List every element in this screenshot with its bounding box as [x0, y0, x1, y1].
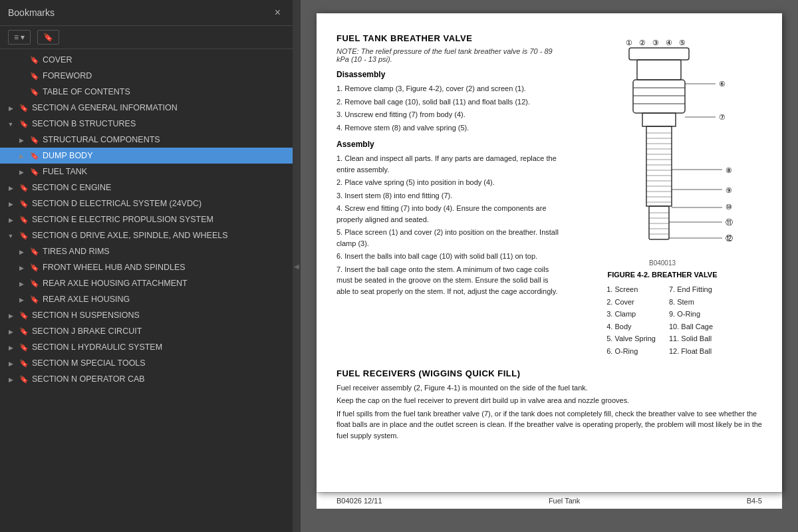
expand-arrow-icon[interactable] [5, 376, 16, 383]
expand-arrow-icon[interactable] [16, 136, 27, 144]
disassembly-steps: 1. Remove clamp (3, Figure 4-2), cover (… [336, 83, 563, 133]
assembly-step: 3. Insert stem (8) into end fitting (7). [336, 190, 563, 201]
expand-icon [19, 248, 24, 255]
assembly-step: 4. Screw end fitting (7) into body (4). … [336, 203, 563, 225]
expand-arrow-icon[interactable] [16, 280, 27, 287]
bookmark-icon: 🔖 [19, 184, 29, 192]
bookmark-icon: 🔖 [29, 152, 40, 160]
bookmark-item-section-a[interactable]: 🔖SECTION A GENERAL INFORMATION [0, 100, 293, 116]
expand-icon [9, 216, 13, 223]
expand-arrow-icon[interactable] [5, 344, 16, 351]
bookmark-item-section-l[interactable]: 🔖SECTION L HYDRAULIC SYSTEM [0, 339, 293, 355]
view-options-button[interactable]: ≡ ▾ [8, 30, 31, 45]
expand-arrow-icon[interactable] [5, 200, 16, 207]
expand-arrow-icon[interactable] [5, 184, 16, 192]
footer-left: B04026 12/11 [336, 497, 382, 505]
part-item: 4. Body [606, 321, 656, 333]
bookmark-item-section-h[interactable]: 🔖SECTION H SUSPENSIONS [0, 307, 293, 323]
bookmark-item-section-j[interactable]: 🔖SECTION J BRAKE CIRCUIT [0, 323, 293, 339]
breather-valve-diagram: ① ② ③ ④ ⑤ ⑥ ⑦ ⑧ ⑨ ⑩ ⑪ ⑫ [583, 33, 742, 259]
fuel-receivers-paragraph: If fuel spills from the fuel tank breath… [336, 408, 762, 442]
bookmark-icon: 🔖 [19, 311, 29, 320]
bookmark-label: SECTION C ENGINE [32, 183, 287, 192]
svg-text:①: ① [626, 39, 632, 47]
part-item: 3. Clamp [606, 309, 656, 321]
bookmark-item-section-n[interactable]: 🔖SECTION N OPERATOR CAB [0, 371, 293, 387]
disassembly-step: 3. Unscrew end fitting (7) from body (4)… [336, 109, 563, 120]
bookmark-button[interactable]: 🔖 [37, 30, 59, 45]
bookmark-item-rear-axle-attach[interactable]: 🔖REAR AXLE HOUSING ATTACHMENT [0, 275, 293, 291]
bookmark-item-cover[interactable]: 🔖COVER [0, 52, 293, 68]
part-item: 5. Valve Spring [606, 333, 656, 345]
bookmark-icon: 🔖 [43, 33, 53, 42]
expand-icon [9, 200, 13, 207]
bookmark-icon: 🔖 [29, 295, 40, 304]
part-item: 7. End Fitting [669, 284, 718, 296]
bookmark-label: SECTION D ELECTRICAL SYSTEM (24VDC) [32, 199, 287, 208]
bookmark-icon: 🔖 [29, 88, 40, 96]
bookmark-label: SECTION N OPERATOR CAB [32, 374, 287, 384]
bookmark-item-section-g[interactable]: 🔖SECTION G DRIVE AXLE, SPINDLE, AND WHEE… [0, 227, 293, 243]
assembly-heading: Assembly [336, 140, 563, 149]
doc-main-title: FUEL TANK BREATHER VALVE [336, 33, 563, 43]
bookmark-label: SECTION H SUSPENSIONS [32, 311, 287, 320]
assembly-step: 1. Clean and inspect all parts. If any p… [336, 153, 563, 175]
bookmark-icon: 🔖 [29, 136, 40, 144]
expand-arrow-icon[interactable] [5, 328, 16, 335]
expand-arrow-icon[interactable] [5, 312, 16, 319]
bookmark-item-foreword[interactable]: 🔖FOREWORD [0, 68, 293, 84]
bookmark-item-dump-body[interactable]: 🔖DUMP BODY [0, 148, 293, 164]
bookmark-item-rear-axle-housing[interactable]: 🔖REAR AXLE HOUSING [0, 291, 293, 307]
expand-arrow-icon[interactable] [5, 360, 16, 367]
bookmark-item-section-d[interactable]: 🔖SECTION D ELECTRICAL SYSTEM (24VDC) [0, 196, 293, 211]
fuel-receivers-paragraph: Fuel receiver assembly (2, Figure 4-1) i… [336, 382, 762, 394]
bookmark-item-section-e[interactable]: 🔖SECTION E ELECTRIC PROPULSION SYSTEM [0, 211, 293, 227]
bookmark-label: SECTION B STRUCTURES [32, 119, 287, 128]
bookmark-label: SECTION J BRAKE CIRCUIT [32, 327, 287, 336]
figure-id: B040013 [649, 259, 676, 267]
doc-right-column: ① ② ③ ④ ⑤ ⑥ ⑦ ⑧ ⑨ ⑩ ⑪ ⑫ [569, 33, 755, 358]
expand-arrow-icon[interactable] [5, 120, 16, 128]
bookmark-icon: 🔖 [19, 327, 29, 336]
svg-rect-12 [629, 48, 689, 60]
bookmark-label: STRUCTURAL COMPONENTS [43, 135, 287, 144]
doc-footer: B04026 12/11 Fuel Tank B4-5 [317, 492, 782, 509]
document-area: FUEL TANK BREATHER VALVE NOTE: The relie… [301, 0, 798, 532]
svg-text:⑪: ⑪ [726, 218, 733, 226]
bookmark-icon: 🔖 [29, 247, 40, 256]
bookmark-item-front-wheel[interactable]: 🔖FRONT WHEEL HUB AND SPINDLES [0, 259, 293, 275]
expand-arrow-icon[interactable] [16, 168, 27, 176]
expand-icon [9, 312, 13, 319]
expand-icon [9, 344, 13, 351]
bookmark-item-tires-rims[interactable]: 🔖TIRES AND RIMS [0, 243, 293, 259]
expand-arrow-icon[interactable] [5, 104, 16, 112]
bookmark-item-section-m[interactable]: 🔖SECTION M SPECIAL TOOLS [0, 355, 293, 371]
svg-text:②: ② [639, 39, 646, 47]
bookmark-item-section-c[interactable]: 🔖SECTION C ENGINE [0, 180, 293, 196]
bookmark-label: SECTION M SPECIAL TOOLS [32, 358, 287, 368]
figure-caption: FIGURE 4-2. BREATHER VALVE [607, 271, 717, 279]
expand-arrow-icon[interactable] [16, 152, 27, 160]
part-item: 11. Solid Ball [669, 333, 718, 345]
disassembly-step: 4. Remove stem (8) and valve spring (5). [336, 122, 563, 134]
expand-arrow-icon[interactable] [16, 296, 27, 303]
bookmark-item-fuel-tank[interactable]: 🔖FUEL TANK [0, 164, 293, 180]
expand-arrow-icon[interactable] [16, 248, 27, 255]
bookmark-icon: 🔖 [19, 375, 29, 384]
expand-arrow-icon[interactable] [16, 264, 27, 271]
bookmark-item-section-b[interactable]: 🔖SECTION B STRUCTURES [0, 116, 293, 132]
bookmark-label: SECTION A GENERAL INFORMATION [32, 103, 287, 112]
sidebar-close-button[interactable]: × [271, 5, 285, 20]
expand-icon [19, 296, 24, 303]
bookmark-icon: 🔖 [19, 120, 29, 128]
bookmark-label: TIRES AND RIMS [43, 247, 287, 256]
bookmark-item-structural-components[interactable]: 🔖STRUCTURAL COMPONENTS [0, 132, 293, 148]
expand-arrow-icon[interactable] [5, 232, 16, 239]
bookmark-icon: 🔖 [19, 215, 29, 224]
resize-handle[interactable] [293, 0, 301, 532]
bookmark-item-toc[interactable]: 🔖TABLE OF CONTENTS [0, 84, 293, 100]
bookmark-label: FRONT WHEEL HUB AND SPINDLES [43, 263, 287, 272]
main-content: FUEL TANK BREATHER VALVE NOTE: The relie… [301, 0, 798, 532]
expand-arrow-icon[interactable] [5, 216, 16, 223]
expand-icon [9, 104, 13, 112]
